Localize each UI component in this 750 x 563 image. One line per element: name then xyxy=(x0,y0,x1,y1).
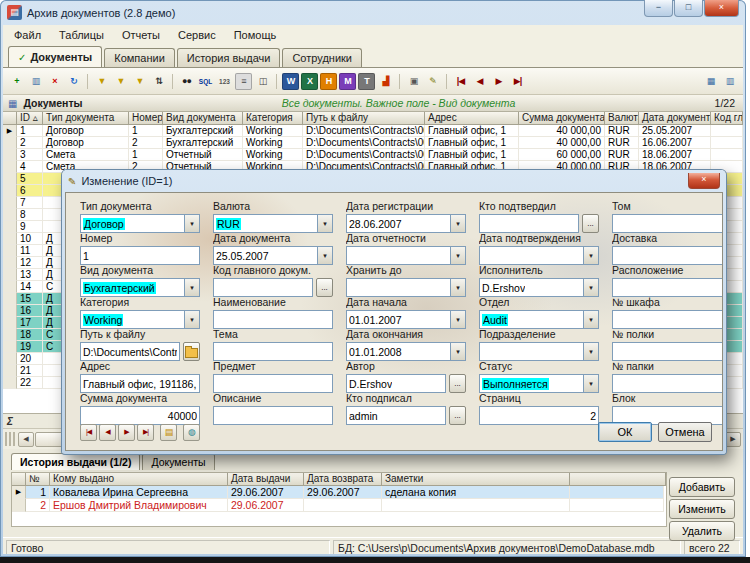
close-button[interactable]: × xyxy=(704,0,739,17)
chart-icon[interactable]: ▟ xyxy=(377,73,394,90)
dropdown-icon[interactable]: ▾ xyxy=(450,343,465,360)
copy-clipboard-icon[interactable]: ▣ xyxy=(405,73,422,90)
dropdown-icon[interactable]: ▾ xyxy=(583,375,598,392)
record-last-button[interactable]: ▶| xyxy=(137,424,154,441)
export-html-icon[interactable]: H xyxy=(320,73,337,90)
edit-button[interactable]: Изменить xyxy=(669,499,735,519)
table-row[interactable]: 3Смета1ОтчетныйWorkingD:\Documents\Contr… xyxy=(3,149,743,161)
dropdown-icon[interactable]: ▾ xyxy=(583,311,598,328)
column-header-0[interactable]: ID ▵ xyxy=(17,112,43,125)
counter-icon[interactable]: 123 xyxy=(216,73,233,90)
start-date-input[interactable]: 01.01.2007▾ xyxy=(346,310,466,329)
column-header-3[interactable]: Вид документа xyxy=(163,112,243,125)
folder-no-input[interactable] xyxy=(612,374,723,393)
file-path-folder-button[interactable] xyxy=(183,342,200,361)
dropdown-icon[interactable]: ▾ xyxy=(583,343,598,360)
column-header-2[interactable]: Номер xyxy=(129,112,163,125)
delivery-input[interactable] xyxy=(612,246,723,265)
dropdown-icon[interactable]: ▾ xyxy=(450,215,465,232)
menu-item-1[interactable]: Таблицы xyxy=(50,26,113,44)
reg-date-input[interactable]: 28.06.2007▾ xyxy=(346,214,466,233)
history-column-header-4[interactable]: Заметки xyxy=(382,473,570,486)
dropdown-icon[interactable]: ▾ xyxy=(184,215,199,232)
report-date-input[interactable]: ▾ xyxy=(346,246,466,265)
doc-date-input[interactable]: 25.05.2007▾ xyxy=(213,246,333,265)
dropdown-icon[interactable]: ▾ xyxy=(317,247,332,264)
export-excel-icon[interactable]: X xyxy=(301,73,318,90)
column-header-10[interactable]: Код главног xyxy=(711,112,743,125)
copy-record-icon[interactable]: ▥ xyxy=(27,73,44,90)
volume-input[interactable] xyxy=(612,214,723,233)
main-doc-code-browse-button[interactable]: ... xyxy=(316,278,333,297)
currency-input[interactable]: RUR▾ xyxy=(213,214,333,233)
file-path-input[interactable]: D:\Documents\Contracts\0 xyxy=(80,342,180,361)
export-word-icon[interactable]: W xyxy=(282,73,299,90)
menu-item-0[interactable]: Файл xyxy=(5,26,50,44)
print-icon[interactable]: ≡ xyxy=(235,73,252,90)
sql-icon[interactable]: SQL xyxy=(197,73,214,90)
doc-type-input[interactable]: Договор▾ xyxy=(80,214,200,233)
bottom-tab-0[interactable]: История выдачи (1/2) xyxy=(11,453,140,470)
cabinet-no-input[interactable] xyxy=(612,310,723,329)
subject-input[interactable] xyxy=(213,374,333,393)
menu-item-2[interactable]: Отчеты xyxy=(113,26,169,44)
author-browse-button[interactable]: ... xyxy=(449,374,466,393)
web-button[interactable]: ◍ xyxy=(183,424,200,441)
history-row[interactable]: 2Ершов Дмитрий Владимирович29.06.2007 xyxy=(12,499,664,512)
history-column-header-1[interactable]: Кому выдано xyxy=(50,473,228,486)
dropdown-icon[interactable]: ▾ xyxy=(184,311,199,328)
author-input[interactable]: D.Ershov xyxy=(346,374,446,393)
scroll-left-button[interactable]: ◀ xyxy=(18,432,34,447)
history-column-header-2[interactable]: Дата выдачи xyxy=(228,473,304,486)
executor-input[interactable]: D.Ershov▾ xyxy=(479,278,599,297)
status-input[interactable]: Выполняется▾ xyxy=(479,374,599,393)
delete-record-icon[interactable]: × xyxy=(46,73,63,90)
scroll-grip[interactable] xyxy=(5,432,15,446)
name-input[interactable] xyxy=(213,310,333,329)
column-header-8[interactable]: Валюта xyxy=(605,112,639,125)
preview-icon[interactable]: ◫ xyxy=(254,73,271,90)
column-header-7[interactable]: Сумма документа xyxy=(519,112,605,125)
dropdown-icon[interactable]: ▾ xyxy=(450,311,465,328)
history-column-header-3[interactable]: Дата возврата xyxy=(304,473,382,486)
confirmed-by-input[interactable] xyxy=(479,214,579,233)
tab-2[interactable]: История выдачи xyxy=(177,48,281,67)
refresh-icon[interactable]: ↻ xyxy=(65,73,82,90)
column-header-1[interactable]: Тип документа xyxy=(43,112,129,125)
filter-icon[interactable]: ▼ xyxy=(112,73,129,90)
dropdown-icon[interactable]: ▾ xyxy=(583,279,598,296)
nav-first-icon[interactable]: |◀ xyxy=(452,73,469,90)
dialog-close-button[interactable]: × xyxy=(688,173,720,189)
title-bar[interactable]: ▤ Архив документов (2.8 демо) −□× xyxy=(3,0,743,25)
scroll-right-button[interactable]: ▶ xyxy=(725,432,741,447)
dropdown-icon[interactable]: ▾ xyxy=(450,279,465,296)
maximize-button[interactable]: □ xyxy=(674,0,703,17)
tab-0[interactable]: ✓Документы xyxy=(8,46,102,67)
add-button[interactable]: Добавить xyxy=(669,477,735,497)
filter-custom-icon[interactable]: ▼ xyxy=(131,73,148,90)
new-record-icon[interactable]: + xyxy=(8,73,25,90)
doc-kind-input[interactable]: Бухгалтерский▾ xyxy=(80,278,200,297)
search-icon[interactable]: ●● xyxy=(178,73,195,90)
notes-icon[interactable]: ✎ xyxy=(424,73,441,90)
bottom-tab-1[interactable]: Документы xyxy=(142,453,214,470)
confirm-date-input[interactable]: ▾ xyxy=(479,246,599,265)
cancel-button[interactable]: Отмена xyxy=(658,422,712,442)
column-header-5[interactable]: Путь к файлу xyxy=(303,112,425,125)
number-input[interactable]: 1 xyxy=(80,246,200,265)
confirmed-by-browse-button[interactable]: ... xyxy=(582,214,599,233)
location-input[interactable] xyxy=(612,278,723,297)
tab-1[interactable]: Компании xyxy=(104,48,175,67)
history-row[interactable]: ▶1Ковалева Ирина Сергеевна29.06.200729.0… xyxy=(12,486,664,499)
dropdown-icon[interactable]: ▾ xyxy=(450,247,465,264)
delete-button[interactable]: Удалить xyxy=(669,521,735,541)
nav-last-icon[interactable]: ▶| xyxy=(509,73,526,90)
column-header-9[interactable]: Дата документа xyxy=(639,112,711,125)
history-column-header-0[interactable]: № xyxy=(26,473,50,486)
export-xml-icon[interactable]: M xyxy=(339,73,356,90)
filter-clear-icon[interactable]: ▼ xyxy=(93,73,110,90)
department-input[interactable]: Audit▾ xyxy=(479,310,599,329)
keep-until-input[interactable]: ▾ xyxy=(346,278,466,297)
table-row[interactable]: 2Договор2БухгалтерскийWorkingD:\Document… xyxy=(3,137,743,149)
table-row[interactable]: ▶1Договор1БухгалтерскийWorkingD:\Documen… xyxy=(3,125,743,137)
